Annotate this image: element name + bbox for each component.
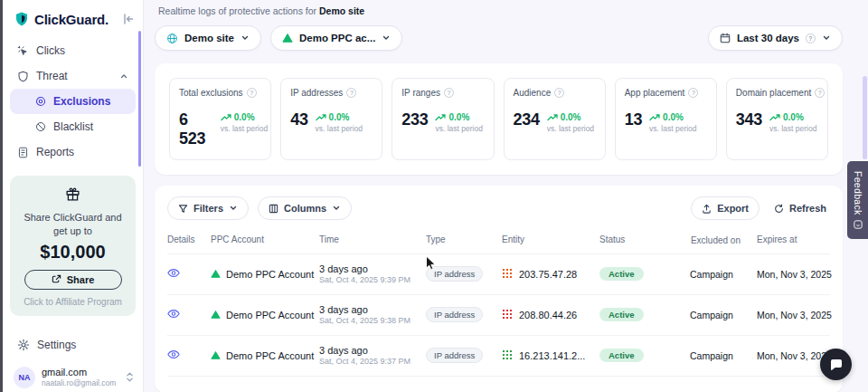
columns-button[interactable]: Columns	[258, 196, 352, 220]
gear-icon	[17, 339, 30, 351]
details-eye-icon[interactable]	[167, 349, 180, 359]
chat-bubble-icon	[829, 358, 844, 372]
entity-value: 208.80.44.26	[519, 310, 577, 320]
stat-card-app-placement: App placement? 13 0.0% vs. last period	[615, 78, 717, 160]
stat-value: 233	[401, 110, 428, 129]
time-absolute: Sat, Oct 4, 2025 9:38 PM	[319, 316, 426, 327]
promo-text: Share ClickGuard and get up to	[19, 211, 127, 238]
chevron-down-icon	[241, 33, 250, 43]
stat-compare: vs. last period	[547, 124, 594, 133]
sidebar-collapse-icon[interactable]	[123, 14, 134, 24]
funnel-icon	[178, 204, 188, 214]
time-absolute: Sat, Oct 4, 2025 9:39 PM	[319, 275, 426, 286]
status-badge: Active	[599, 308, 644, 321]
trend-up-icon	[547, 114, 558, 121]
page-scrollbar[interactable]	[863, 76, 867, 159]
sidebar-item-label: Exclusions	[53, 95, 110, 108]
ppc-account-filter-value: Demo PPC ac...	[299, 33, 375, 43]
info-icon[interactable]: ?	[346, 88, 356, 98]
sidebar-item-exclusions[interactable]: Exclusions	[10, 89, 136, 114]
affiliate-program-link[interactable]: Click to Affiliate Program	[19, 297, 127, 307]
trend-up-icon	[221, 114, 231, 121]
sidebar-item-label: Settings	[37, 339, 76, 351]
info-icon[interactable]: ?	[247, 88, 257, 98]
stat-trend-value: 0.0%	[329, 112, 350, 122]
details-eye-icon[interactable]	[167, 309, 180, 319]
excluded-on-value: Campaign	[690, 310, 746, 320]
chevron-up-icon	[119, 72, 128, 81]
account-switcher[interactable]: NA gmail.com naatali.ro@gmail.com	[3, 358, 143, 392]
brand-name: ClickGuard.	[34, 12, 108, 27]
globe-icon	[166, 33, 178, 44]
entity-value: 203.75.47.28	[519, 269, 577, 280]
chat-launcher-button[interactable]	[820, 349, 852, 380]
trend-up-icon	[769, 114, 780, 121]
stat-compare: vs. last period	[649, 124, 696, 133]
info-icon[interactable]: ?	[554, 88, 564, 98]
stat-card-ip-addresses: IP addresses? 43 0.0% vs. last period	[280, 78, 382, 160]
sidebar-item-clicks[interactable]: Clicks	[10, 38, 136, 63]
share-button[interactable]: Share	[24, 270, 122, 290]
ppc-account-name: Demo PPC Account	[226, 350, 314, 361]
columns-icon	[269, 204, 278, 214]
google-ads-triangle-icon	[282, 33, 293, 43]
stat-compare: vs. last period	[221, 124, 261, 133]
time-relative: 3 days ago	[319, 344, 426, 357]
ppc-account-filter-dropdown[interactable]: Demo PPC ac...	[270, 25, 402, 51]
column-header-time: Time	[319, 234, 426, 244]
sidebar-item-reports[interactable]: Reports	[10, 139, 136, 165]
table-row[interactable]: Demo PPC Account 3 days agoSat, Oct 4, 2…	[167, 335, 830, 376]
details-eye-icon[interactable]	[167, 268, 180, 278]
table-row[interactable]: Demo PPC Account 3 days agoSat, Oct 4, 2…	[167, 253, 830, 294]
next-row-edge	[167, 376, 830, 379]
sidebar-item-settings[interactable]: Settings	[10, 332, 136, 358]
time-relative: 3 days ago	[319, 303, 426, 316]
filters-button[interactable]: Filters	[167, 196, 249, 220]
date-range-dropdown[interactable]: Last 30 days ?	[708, 25, 843, 51]
user-name: gmail.com	[42, 367, 116, 379]
columns-button-label: Columns	[284, 203, 326, 214]
stat-label: IP addresses	[290, 88, 343, 98]
info-icon[interactable]: ?	[444, 88, 454, 98]
info-icon[interactable]: ?	[688, 88, 698, 98]
table-toolbar: Filters Columns Export Refresh	[167, 196, 830, 220]
blacklist-ban-icon	[35, 121, 46, 132]
feedback-tab[interactable]: Feedback	[847, 161, 868, 239]
exclusions-table-panel: Filters Columns Export Refresh	[155, 186, 843, 392]
sidebar-item-threat[interactable]: Threat	[10, 63, 136, 89]
type-badge: IP address	[426, 266, 483, 282]
promo-amount: $10,000	[19, 242, 127, 263]
column-header-excluded-on: Excluded on	[690, 234, 746, 246]
column-header-details: Details	[167, 234, 211, 244]
refresh-button[interactable]: Refresh	[770, 196, 830, 220]
excluded-on-value: Campaign	[690, 350, 746, 361]
stat-value: 234	[514, 110, 540, 129]
sidebar-item-blacklist[interactable]: Blacklist	[10, 114, 136, 139]
avatar: NA	[14, 367, 35, 388]
column-header-entity: Entity	[502, 234, 599, 244]
stat-value: 43	[290, 110, 307, 129]
entity-identicon	[502, 349, 514, 361]
feedback-tab-label: Feedback	[853, 171, 863, 215]
info-icon[interactable]: ?	[806, 33, 816, 43]
shield-icon	[17, 71, 29, 82]
entity-value: 16.213.141.2...	[519, 350, 585, 361]
share-icon	[52, 274, 61, 284]
calendar-icon	[720, 33, 731, 43]
feedback-smiley-icon	[854, 220, 863, 229]
stat-label: Audience	[514, 88, 552, 98]
chevron-down-icon	[332, 204, 341, 213]
ppc-account-icon	[211, 269, 221, 279]
site-filter-dropdown[interactable]: Demo site	[155, 25, 261, 51]
sidebar-scrollbar[interactable]	[138, 31, 141, 167]
sidebar-item-label: Clicks	[36, 44, 65, 57]
chevron-down-icon	[382, 33, 391, 43]
status-badge: Active	[599, 349, 644, 362]
export-button[interactable]: Export	[691, 196, 760, 220]
logo-row: ClickGuard.	[3, 0, 143, 36]
chevron-down-icon	[822, 33, 831, 43]
table-header-row: Details PPC Account Time Type Entity Sta…	[167, 231, 830, 253]
filter-bar: Demo site Demo PPC ac... Last 30 days	[155, 25, 843, 51]
info-icon[interactable]: ?	[815, 88, 825, 98]
table-row[interactable]: Demo PPC Account 3 days agoSat, Oct 4, 2…	[167, 294, 830, 335]
